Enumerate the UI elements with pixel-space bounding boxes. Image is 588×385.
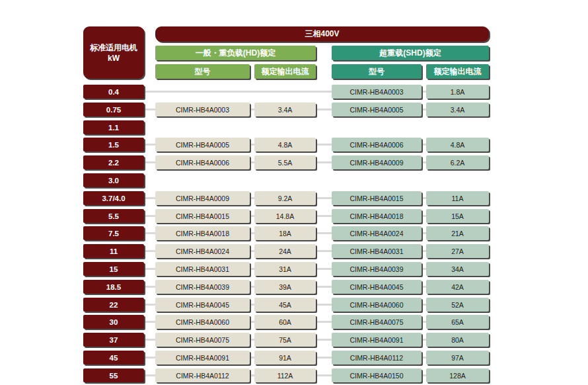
shd-current-cell: 42A bbox=[426, 280, 489, 294]
motor-kw-header-line2: kW bbox=[108, 53, 120, 64]
table-row: 7.5CIMR-HB4A001818ACIMR-HB4A002421A bbox=[0, 226, 588, 240]
motor-kw-cell: 3.0 bbox=[83, 173, 144, 187]
hd-current-cell: 14.8A bbox=[254, 209, 316, 223]
hd-current-cell: 31A bbox=[254, 262, 316, 276]
motor-kw-cell: 30 bbox=[83, 315, 144, 329]
shd-model-cell: CIMR-HB4A0024 bbox=[332, 226, 422, 240]
shd-current-cell: 80A bbox=[426, 333, 489, 347]
table-row: 5.5CIMR-HB4A001514.8ACIMR-HB4A001815A bbox=[0, 209, 588, 223]
shd-current-cell: 27A bbox=[426, 244, 489, 258]
hd-model-column-header: 型号 bbox=[155, 64, 250, 79]
shd-model-cell: CIMR-HB4A0018 bbox=[332, 209, 422, 223]
shd-current-cell: 21A bbox=[426, 226, 489, 240]
hd-model-cell: CIMR-HB4A0006 bbox=[155, 155, 250, 169]
shd-current-cell: 97A bbox=[426, 351, 489, 364]
motor-kw-cell: 7.5 bbox=[83, 226, 144, 240]
table-row: 18.5CIMR-HB4A003939ACIMR-HB4A004542A bbox=[0, 280, 588, 294]
motor-kw-header: 标准适用电机 kW bbox=[83, 26, 144, 79]
table-row: 11CIMR-HB4A002424ACIMR-HB4A003127A bbox=[0, 244, 588, 258]
table-row: 1.5CIMR-HB4A00054.8ACIMR-HB4A00064.8A bbox=[0, 138, 588, 151]
table-row: 0.4CIMR-HB4A00031.8A bbox=[0, 85, 588, 99]
shd-model-cell: CIMR-HB4A0112 bbox=[332, 351, 422, 364]
hd-model-cell: CIMR-HB4A0091 bbox=[155, 351, 250, 364]
shd-current-cell: 4.8A bbox=[426, 138, 489, 151]
motor-kw-cell: 2.2 bbox=[83, 155, 144, 169]
shd-current-cell: 15A bbox=[426, 209, 489, 223]
hd-current-cell: 9.2A bbox=[254, 191, 316, 205]
shd-current-cell: 52A bbox=[426, 298, 489, 312]
catalog-page: 标准适用电机 kW 三相400V 一般・重负载(HD)额定 超重载(SHD)额定… bbox=[0, 0, 588, 385]
shd-model-cell: CIMR-HB4A0005 bbox=[332, 103, 422, 116]
hd-current-cell: 91A bbox=[254, 351, 316, 364]
shd-model-column-header: 型号 bbox=[332, 64, 422, 79]
hd-model-cell: CIMR-HB4A0003 bbox=[155, 103, 250, 116]
shd-model-cell: CIMR-HB4A0091 bbox=[332, 333, 422, 347]
shd-current-cell: 34A bbox=[426, 262, 489, 276]
motor-kw-cell: 15 bbox=[83, 262, 144, 276]
shd-model-cell: CIMR-HB4A0060 bbox=[332, 298, 422, 312]
motor-kw-cell: 18.5 bbox=[83, 280, 144, 294]
shd-model-cell: CIMR-HB4A0039 bbox=[332, 262, 422, 276]
hd-model-cell: CIMR-HB4A0005 bbox=[155, 138, 250, 151]
motor-kw-cell: 55 bbox=[83, 368, 144, 382]
hd-current-column-header: 额定输出电流 bbox=[254, 64, 316, 79]
hd-current-cell: 45A bbox=[254, 298, 316, 312]
hd-model-cell: CIMR-HB4A0018 bbox=[155, 226, 250, 240]
table-row: 22CIMR-HB4A004545ACIMR-HB4A006052A bbox=[0, 298, 588, 312]
motor-kw-cell: 1.1 bbox=[83, 120, 144, 134]
shd-model-cell: CIMR-HB4A0009 bbox=[332, 155, 422, 169]
table-row: 2.2CIMR-HB4A00065.5ACIMR-HB4A00096.2A bbox=[0, 155, 588, 169]
shd-model-cell: CIMR-HB4A0045 bbox=[332, 280, 422, 294]
voltage-banner: 三相400V bbox=[155, 26, 489, 42]
shd-model-cell: CIMR-HB4A0006 bbox=[332, 138, 422, 151]
shd-current-cell: 11A bbox=[426, 191, 489, 205]
table-row: 55CIMR-HB4A0112112ACIMR-HB4A0150128A bbox=[0, 368, 588, 382]
shd-current-cell: 3.4A bbox=[426, 103, 489, 116]
table-row: 15CIMR-HB4A003131ACIMR-HB4A003934A bbox=[0, 262, 588, 276]
table-row: 45CIMR-HB4A009191ACIMR-HB4A011297A bbox=[0, 351, 588, 364]
shd-current-cell: 6.2A bbox=[426, 155, 489, 169]
hd-section-header: 一般・重负载(HD)额定 bbox=[155, 46, 316, 60]
hd-model-cell: CIMR-HB4A0015 bbox=[155, 209, 250, 223]
motor-kw-cell: 0.4 bbox=[83, 85, 144, 99]
motor-kw-cell: 3.7/4.0 bbox=[83, 191, 144, 205]
shd-current-column-header: 额定输出电流 bbox=[426, 64, 489, 79]
shd-section-header: 超重载(SHD)额定 bbox=[332, 46, 489, 60]
hd-current-cell: 39A bbox=[254, 280, 316, 294]
hd-model-cell: CIMR-HB4A0009 bbox=[155, 191, 250, 205]
hd-current-cell: 18A bbox=[254, 226, 316, 240]
table-row: 1.1 bbox=[0, 120, 588, 134]
hd-current-cell: 4.8A bbox=[254, 138, 316, 151]
hd-model-cell: CIMR-HB4A0060 bbox=[155, 315, 250, 329]
shd-model-cell: CIMR-HB4A0150 bbox=[332, 368, 422, 382]
motor-kw-cell: 45 bbox=[83, 351, 144, 364]
motor-kw-header-line1: 标准适用电机 bbox=[90, 42, 137, 53]
motor-kw-cell: 37 bbox=[83, 333, 144, 347]
hd-current-cell: 24A bbox=[254, 244, 316, 258]
motor-kw-cell: 22 bbox=[83, 298, 144, 312]
table-row: 3.0 bbox=[0, 173, 588, 187]
shd-model-cell: CIMR-HB4A0003 bbox=[332, 85, 422, 99]
motor-kw-cell: 11 bbox=[83, 244, 144, 258]
hd-model-cell: CIMR-HB4A0024 bbox=[155, 244, 250, 258]
hd-model-cell: CIMR-HB4A0039 bbox=[155, 280, 250, 294]
hd-model-cell: CIMR-HB4A0045 bbox=[155, 298, 250, 312]
hd-model-cell: CIMR-HB4A0112 bbox=[155, 368, 250, 382]
motor-kw-cell: 1.5 bbox=[83, 138, 144, 151]
shd-current-cell: 128A bbox=[426, 368, 489, 382]
table-row: 0.75CIMR-HB4A00033.4ACIMR-HB4A00053.4A bbox=[0, 103, 588, 116]
hd-current-cell: 112A bbox=[254, 368, 316, 382]
table-row: 37CIMR-HB4A007575ACIMR-HB4A009180A bbox=[0, 333, 588, 347]
shd-current-cell: 65A bbox=[426, 315, 489, 329]
table-row: 30CIMR-HB4A006060ACIMR-HB4A007565A bbox=[0, 315, 588, 329]
motor-kw-cell: 0.75 bbox=[83, 103, 144, 116]
table-row: 3.7/4.0CIMR-HB4A00099.2ACIMR-HB4A001511A bbox=[0, 191, 588, 205]
shd-current-cell: 1.8A bbox=[426, 85, 489, 99]
hd-model-cell: CIMR-HB4A0075 bbox=[155, 333, 250, 347]
hd-current-cell: 5.5A bbox=[254, 155, 316, 169]
shd-model-cell: CIMR-HB4A0015 bbox=[332, 191, 422, 205]
hd-current-cell: 3.4A bbox=[254, 103, 316, 116]
shd-model-cell: CIMR-HB4A0075 bbox=[332, 315, 422, 329]
hd-model-cell: CIMR-HB4A0031 bbox=[155, 262, 250, 276]
motor-kw-cell: 5.5 bbox=[83, 209, 144, 223]
